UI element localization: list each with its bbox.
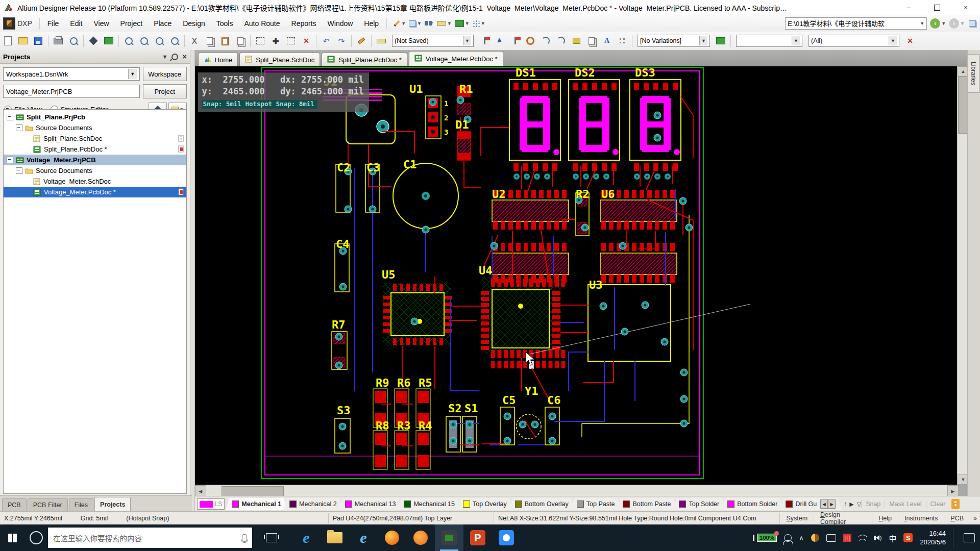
vertical-scrollbar[interactable]: ▲ ▼: [957, 66, 968, 485]
snap-button[interactable]: Snap: [861, 500, 885, 508]
menu-auto-route[interactable]: Auto Route: [238, 15, 285, 32]
tree-item-voltage-meter-prjpcb[interactable]: Voltage_Meter.PrjPCB: [4, 155, 186, 165]
tree-item-source-documents[interactable]: Source Documents: [4, 122, 186, 133]
layer-tab-top-paste[interactable]: Top Paste: [571, 498, 621, 510]
dxp-menu[interactable]: DXP: [17, 19, 32, 28]
array-paste-icon[interactable]: [584, 34, 599, 48]
cut-icon[interactable]: [187, 34, 202, 48]
volume-icon[interactable]: ): [874, 535, 882, 541]
measure-icon[interactable]: [374, 34, 388, 48]
zoom-selection-icon[interactable]: [152, 34, 166, 48]
taskbar-app-firefox[interactable]: [378, 524, 406, 551]
layer-tab-bottom-paste[interactable]: Bottom Paste: [617, 498, 677, 510]
tablet-mode-icon[interactable]: [826, 534, 836, 542]
horizontal-scroll-thumb[interactable]: [222, 486, 284, 496]
cortana-button[interactable]: [24, 524, 48, 551]
menu-tools[interactable]: Tools: [211, 15, 239, 32]
select-x-icon[interactable]: [284, 34, 298, 48]
pad-ring-icon[interactable]: [523, 34, 537, 48]
panel-splitter[interactable]: [190, 50, 195, 511]
maximize-button[interactable]: [923, 0, 951, 15]
status-panel-instruments[interactable]: Instruments: [898, 515, 944, 522]
print-icon[interactable]: [51, 34, 65, 48]
flag2-icon[interactable]: [508, 34, 522, 48]
doc-tab-voltage-meter-pcbdoc[interactable]: Voltage_Meter.PcbDoc *: [409, 51, 503, 66]
flag-icon[interactable]: [477, 34, 492, 48]
pcb-canvas[interactable]: 123 J1U1R1D1DS1DS2DS3C2C3C1U2R2U6C4U5U4U…: [195, 66, 959, 485]
panels-popup-icon[interactable]: [951, 499, 960, 509]
panel-tab-files[interactable]: Files: [69, 498, 93, 511]
tree-item-voltage-meter-schdoc[interactable]: Voltage_Meter.SchDoc: [4, 176, 186, 187]
move-icon[interactable]: ✚: [268, 34, 283, 48]
taskbar-app-powerpoint[interactable]: P: [463, 524, 492, 551]
nav-back-button[interactable]: ‹: [930, 18, 940, 29]
paste-icon[interactable]: [218, 34, 232, 48]
zoom-clear-icon[interactable]: [167, 34, 182, 48]
filter-combo[interactable]: (All)▼: [808, 35, 899, 47]
action-center-icon[interactable]: [964, 533, 975, 542]
taskbar-app-file-explorer[interactable]: [321, 524, 349, 551]
pointer-icon[interactable]: [493, 34, 507, 48]
redo-icon[interactable]: ↷: [334, 34, 349, 48]
status-panel-system[interactable]: System: [780, 515, 814, 522]
doc-tab-home[interactable]: Home: [198, 53, 238, 66]
tree-collapse-icon[interactable]: [16, 124, 22, 131]
project-field[interactable]: Voltage_Meter.PrjPCB: [3, 85, 140, 98]
hidden-icons-chevron[interactable]: ∧: [799, 534, 804, 542]
minimize-button[interactable]: –: [894, 0, 923, 15]
copy-icon[interactable]: [203, 34, 217, 48]
tree-collapse-icon[interactable]: [7, 157, 13, 163]
menu-help[interactable]: Help: [358, 15, 384, 32]
project-button[interactable]: Project: [143, 84, 187, 98]
recent-path-combo[interactable]: E:\01教学材料\《电子设计辅助软 ▼: [785, 17, 927, 30]
filter-clear-icon[interactable]: ✕: [903, 34, 917, 48]
tray-app-icon[interactable]: [811, 534, 819, 542]
tree-item-voltage-meter-pcbdoc[interactable]: Voltage_Meter.PcbDoc *: [4, 187, 186, 197]
taskbar-app-sunlogin[interactable]: [406, 524, 435, 551]
panel-tab-projects[interactable]: Projects: [94, 497, 131, 511]
doc-tab-split-plane-schdoc[interactable]: Split_Plane.SchDoc: [239, 53, 320, 66]
panel-pin-icon[interactable]: [172, 54, 178, 60]
layer-tab-mechanical-2[interactable]: Mechanical 2: [283, 498, 343, 510]
dxp-logo-icon[interactable]: [3, 17, 15, 30]
variations-combo[interactable]: [No Variations]▼: [638, 35, 710, 47]
view-3d-icon[interactable]: [86, 34, 101, 48]
ruler-tool-icon[interactable]: ▼: [437, 21, 452, 26]
paste-array-icon[interactable]: [233, 34, 248, 48]
ime-language-indicator[interactable]: 中: [889, 533, 896, 543]
layer-pairs-icon[interactable]: ⁞: [845, 501, 846, 507]
sogou-ime-icon[interactable]: S: [903, 533, 913, 542]
select-area-icon[interactable]: [253, 34, 267, 48]
board-tool-icon[interactable]: ▼: [455, 20, 470, 27]
keepout-arc-icon[interactable]: [538, 34, 553, 48]
menu-view[interactable]: View: [88, 15, 114, 32]
layer-tab-top-overlay[interactable]: Top Overlay: [457, 498, 513, 510]
save-icon[interactable]: [31, 34, 45, 48]
people-icon[interactable]: [784, 534, 792, 542]
microphone-icon[interactable]: [242, 534, 247, 542]
horizontal-scrollbar[interactable]: ◀ ▶: [195, 485, 959, 496]
next-layer-icon[interactable]: ▶: [849, 501, 853, 508]
undo-icon[interactable]: ↶: [319, 34, 333, 48]
view-board-icon[interactable]: [102, 34, 116, 48]
menu-reports[interactable]: Reports: [286, 15, 322, 32]
workspace-combo[interactable]: Workspace1.DsnWrk▼: [3, 67, 140, 81]
new-document-icon[interactable]: [1, 34, 15, 48]
tree-collapse-icon[interactable]: [7, 114, 13, 120]
taskbar-clock[interactable]: 16:44 2020/5/6: [920, 529, 946, 546]
open-document-icon[interactable]: [16, 34, 30, 48]
doc-tab-split-plane-pcbdoc[interactable]: Split_Plane.PcbDoc *: [322, 53, 407, 66]
favorites-icon[interactable]: [969, 20, 976, 27]
binoculars-tool-icon[interactable]: ▼: [425, 21, 434, 26]
layer-tab-mechanical-1[interactable]: Mechanical 1: [226, 498, 287, 510]
start-button[interactable]: [0, 524, 24, 551]
menu-project[interactable]: Project: [115, 15, 149, 32]
zoom-document-icon[interactable]: [137, 34, 151, 48]
taskbar-app-edge-beta[interactable]: e: [349, 524, 378, 551]
menu-window[interactable]: Window: [322, 15, 359, 32]
layer-filter-icon[interactable]: ▽: [857, 501, 861, 508]
layer-tab-mechanical-15[interactable]: Mechanical 15: [398, 498, 461, 510]
fill-icon[interactable]: [569, 34, 583, 48]
layer-tab-bottom-solder[interactable]: Bottom Solder: [721, 498, 783, 510]
battery-indicator[interactable]: 100%: [753, 534, 777, 542]
